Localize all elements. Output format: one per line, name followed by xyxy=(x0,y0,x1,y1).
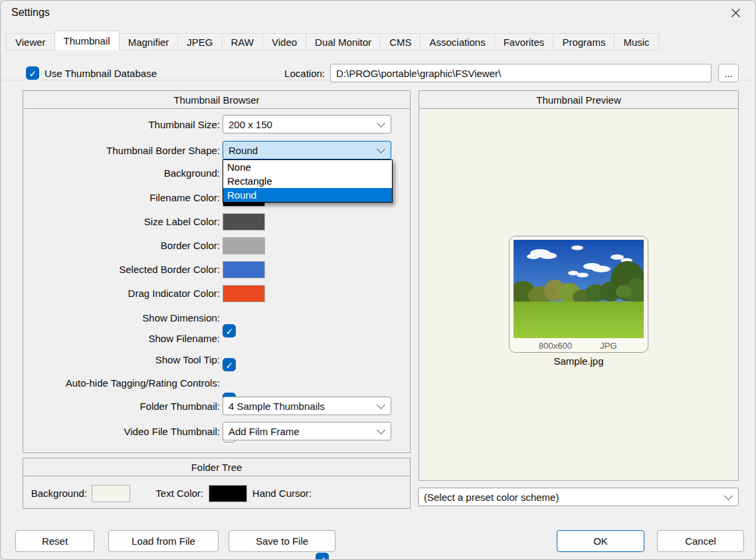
tab-cms[interactable]: CMS xyxy=(380,33,421,50)
folder-tree-background-label: Background: xyxy=(21,488,87,499)
window-title: Settings xyxy=(11,7,50,19)
folder-tree-title: Folder Tree xyxy=(23,458,410,476)
tab-dual-monitor[interactable]: Dual Monitor xyxy=(306,33,381,50)
tab-favorites[interactable]: Favorites xyxy=(494,33,554,50)
dropdown-option-rectangle[interactable]: Rectangle xyxy=(223,174,392,188)
video-file-thumbnail-value: Add Film Frame xyxy=(229,426,300,437)
show-tool-tip-label: Show Tool Tip: xyxy=(21,354,220,365)
thumbnail-browser-title: Thumbnail Browser xyxy=(23,91,410,109)
chevron-down-icon xyxy=(377,401,385,409)
tab-label: Viewer xyxy=(15,37,46,48)
reset-button[interactable]: Reset xyxy=(15,530,94,552)
filename-color-label: Filename Color: xyxy=(21,192,220,203)
tab-label: Favorites xyxy=(504,37,545,48)
show-filename-label: Show Filename: xyxy=(21,333,220,344)
use-thumbnail-database-checkbox[interactable] xyxy=(26,66,39,80)
thumbnail-preview-title: Thumbnail Preview xyxy=(419,91,738,109)
auto-hide-tagging-label: Auto-hide Tagging/Rating Controls: xyxy=(21,377,220,389)
border-color-label: Border Color: xyxy=(21,240,220,251)
tab-label: JPEG xyxy=(187,37,213,48)
chevron-down-icon xyxy=(377,426,385,434)
border-color-swatch[interactable] xyxy=(223,237,265,254)
video-file-thumbnail-label: Video File Thumbnail: xyxy=(21,426,220,437)
color-scheme-select[interactable]: (Select a preset color scheme) xyxy=(418,488,739,506)
tab-label: Dual Monitor xyxy=(315,37,371,48)
show-dimension-checkbox[interactable] xyxy=(223,324,236,337)
close-button[interactable] xyxy=(726,5,745,23)
sample-format-label: JPG xyxy=(598,341,619,351)
thumbnail-size-value: 200 x 150 xyxy=(229,119,272,130)
tab-raw[interactable]: RAW xyxy=(222,33,263,50)
hand-cursor-label: Hand Cursor: xyxy=(246,488,312,499)
tab-associations[interactable]: Associations xyxy=(420,33,494,50)
background-label: Background: xyxy=(21,167,220,179)
border-shape-label: Thumbnail Border Shape: xyxy=(21,145,220,156)
selected-border-color-swatch[interactable] xyxy=(223,261,265,278)
show-filename-checkbox[interactable] xyxy=(223,358,236,371)
tab-label: Magnifier xyxy=(128,37,169,48)
tab-music[interactable]: Music xyxy=(614,33,658,50)
border-shape-select[interactable]: Round xyxy=(223,141,391,159)
color-scheme-value: (Select a preset color scheme) xyxy=(424,492,559,503)
tab-strip: Viewer Thumbnail Magnifier JPEG RAW Vide… xyxy=(1,31,755,50)
thumbnail-size-select[interactable]: 200 x 150 xyxy=(223,115,391,134)
location-label: Location: xyxy=(260,68,325,79)
settings-dialog: Settings Viewer Thumbnail Magnifier JPEG… xyxy=(0,0,756,560)
sample-thumbnail-image xyxy=(514,240,644,338)
tab-label: Associations xyxy=(429,37,485,48)
tab-magnifier[interactable]: Magnifier xyxy=(119,33,179,50)
load-from-file-button[interactable]: Load from File xyxy=(108,530,219,552)
location-input[interactable]: D:\PROG\portable\graphic\FSViewer\ xyxy=(330,64,711,82)
chevron-down-icon xyxy=(377,145,385,153)
tab-label: CMS xyxy=(389,37,411,48)
drag-indicator-color-swatch[interactable] xyxy=(223,285,265,302)
use-thumbnail-database-label: Use Thumbnail Database xyxy=(45,68,157,79)
chevron-down-icon xyxy=(724,492,733,500)
show-dimension-label: Show Dimension: xyxy=(21,312,220,324)
ok-button[interactable]: OK xyxy=(557,530,644,552)
thumbnail-size-label: Thumbnail Size: xyxy=(21,119,220,130)
tab-label: Video xyxy=(272,37,297,48)
folder-tree-text-color-swatch[interactable] xyxy=(209,485,247,502)
browse-button[interactable]: ... xyxy=(718,64,739,82)
tab-viewer[interactable]: Viewer xyxy=(6,33,55,50)
folder-thumbnail-value: 4 Sample Thumbnails xyxy=(229,401,325,412)
folder-thumbnail-label: Folder Thumbnail: xyxy=(21,401,220,412)
tab-video[interactable]: Video xyxy=(262,33,306,50)
size-label-color-swatch[interactable] xyxy=(223,213,265,231)
sample-filename-label: Sample.jpg xyxy=(509,355,648,367)
tab-thumbnail[interactable]: Thumbnail xyxy=(54,31,120,50)
folder-thumbnail-select[interactable]: 4 Sample Thumbnails xyxy=(223,397,391,415)
border-shape-value: Round xyxy=(229,145,258,156)
selected-border-color-label: Selected Border Color: xyxy=(21,264,220,275)
sample-dimension-label: 800x600 xyxy=(529,341,582,351)
tab-jpeg[interactable]: JPEG xyxy=(177,33,222,50)
dropdown-option-none[interactable]: None xyxy=(223,160,392,174)
tab-label: Thumbnail xyxy=(64,35,110,47)
dropdown-option-round[interactable]: Round xyxy=(223,188,392,202)
tab-label: Music xyxy=(623,37,649,48)
tab-label: RAW xyxy=(231,37,254,48)
chevron-down-icon xyxy=(377,119,385,128)
border-shape-dropdown-list: None Rectangle Round xyxy=(223,159,393,203)
hand-cursor-checkbox[interactable] xyxy=(316,553,329,560)
cancel-button[interactable]: Cancel xyxy=(657,530,744,552)
location-value: D:\PROG\portable\graphic\FSViewer\ xyxy=(336,68,501,79)
folder-tree-background-swatch[interactable] xyxy=(92,485,130,502)
folder-tree-text-color-label: Text Color: xyxy=(137,488,203,499)
size-label-color-label: Size Label Color: xyxy=(21,216,220,227)
close-icon xyxy=(731,8,741,21)
drag-indicator-color-label: Drag Indicator Color: xyxy=(21,288,220,299)
video-file-thumbnail-select[interactable]: Add Film Frame xyxy=(223,422,391,440)
tab-label: Programs xyxy=(562,37,605,48)
tab-programs[interactable]: Programs xyxy=(553,33,614,50)
save-to-file-button[interactable]: Save to File xyxy=(229,530,335,552)
